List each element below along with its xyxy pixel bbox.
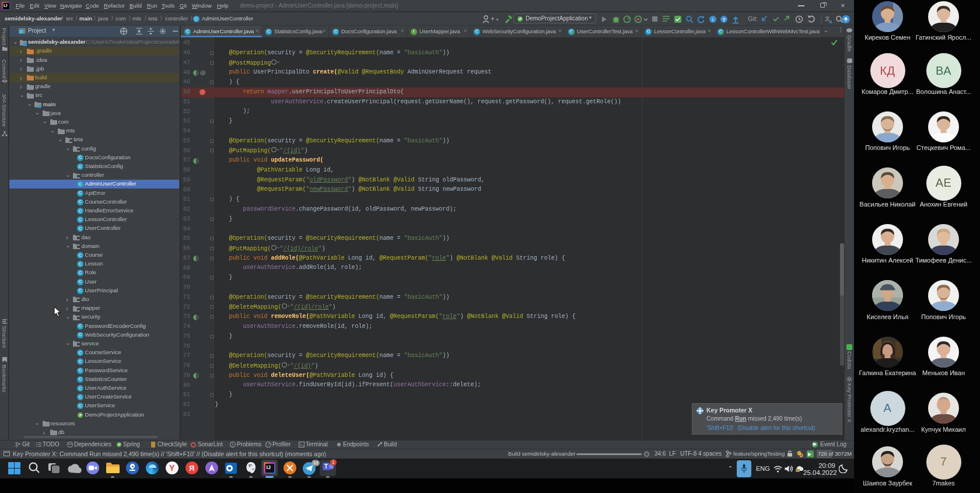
svg-text:A: A xyxy=(829,19,832,25)
svg-text:?: ? xyxy=(722,17,726,23)
svg-text:Git:: Git: xyxy=(748,15,758,22)
